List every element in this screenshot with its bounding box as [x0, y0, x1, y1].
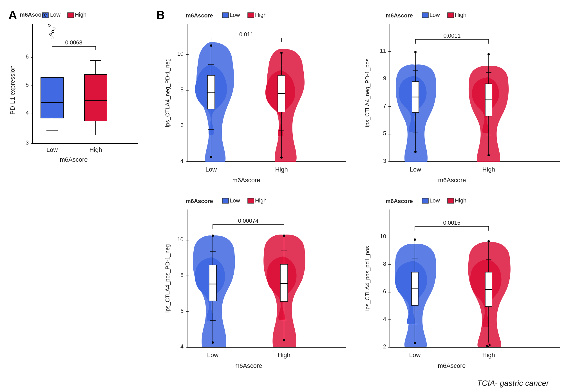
violin-2: m6Ascore Low High 3 5 7 9 11 ips_CTLA4_n…: [363, 8, 577, 188]
svg-text:0.011: 0.011: [239, 31, 253, 37]
svg-text:ips_CTLA4_neg_PD-1_pos: ips_CTLA4_neg_PD-1_pos: [364, 58, 371, 127]
svg-point-25: [53, 27, 55, 29]
svg-point-153: [212, 235, 214, 237]
svg-text:Low: Low: [409, 352, 421, 359]
svg-text:7: 7: [383, 103, 386, 109]
svg-text:4: 4: [383, 316, 386, 322]
svg-text:m6Ascore: m6Ascore: [438, 177, 466, 184]
svg-point-196: [414, 342, 416, 344]
svg-point-26: [48, 24, 50, 26]
svg-text:3: 3: [26, 139, 29, 146]
svg-rect-2: [68, 13, 74, 18]
svg-text:High: High: [482, 352, 495, 359]
svg-text:0.00074: 0.00074: [238, 218, 258, 224]
svg-text:High: High: [275, 166, 288, 173]
svg-point-65: [210, 44, 212, 47]
svg-point-118: [487, 154, 490, 156]
svg-text:6: 6: [180, 308, 184, 314]
svg-rect-84: [422, 13, 428, 18]
svg-point-23: [50, 33, 52, 35]
svg-text:ips_CTLA4_neg_PD-1_neg: ips_CTLA4_neg_PD-1_neg: [164, 58, 171, 127]
svg-text:Low: Low: [410, 166, 421, 173]
svg-point-163: [283, 235, 285, 237]
svg-text:4: 4: [26, 110, 29, 116]
violin-4: m6Ascore Low High 2 4 6 8 10 ips_CTLA4_p…: [363, 194, 577, 374]
svg-text:2: 2: [383, 343, 386, 350]
svg-rect-43: [248, 13, 254, 18]
svg-rect-86: [448, 13, 454, 18]
svg-text:High: High: [278, 352, 290, 359]
svg-text:Low: Low: [430, 197, 440, 204]
svg-text:High: High: [455, 197, 466, 204]
svg-rect-174: [448, 198, 454, 203]
svg-text:PD-L1 expression: PD-L1 expression: [9, 66, 16, 115]
figure-container: A B Low High m6Ascore 3 4 5 6 PD-L1 expr…: [0, 0, 577, 392]
svg-text:0.0011: 0.0011: [443, 33, 460, 39]
svg-text:m6Ascore: m6Ascore: [438, 362, 466, 369]
svg-text:ips_CTLA4_pos_pd1_pos: ips_CTLA4_pos_pd1_pos: [364, 246, 371, 311]
svg-text:m6Ascore: m6Ascore: [60, 156, 88, 163]
svg-point-73: [280, 156, 283, 159]
svg-text:9: 9: [383, 75, 386, 81]
svg-point-211: [487, 240, 490, 242]
svg-text:Low: Low: [230, 197, 240, 204]
svg-text:m6Ascore: m6Ascore: [232, 177, 260, 184]
svg-point-24: [52, 30, 54, 33]
svg-point-22: [51, 37, 53, 39]
svg-rect-172: [422, 198, 428, 203]
svg-text:High: High: [255, 12, 267, 18]
bottom-label: TCIA- gastric cancer: [477, 379, 549, 388]
svg-text:8: 8: [180, 86, 184, 93]
svg-text:5: 5: [383, 130, 386, 136]
svg-text:6: 6: [180, 122, 184, 128]
svg-point-209: [487, 346, 489, 348]
svg-rect-41: [222, 13, 229, 18]
svg-text:8: 8: [180, 272, 184, 278]
svg-text:4: 4: [180, 158, 184, 164]
svg-point-63: [210, 156, 212, 158]
panel-a-boxplot: Low High m6Ascore 3 4 5 6 PD-L1 expressi…: [8, 8, 146, 169]
svg-text:6: 6: [26, 53, 29, 60]
svg-text:5: 5: [26, 82, 29, 88]
svg-point-161: [283, 339, 285, 341]
violin-3: m6Ascore Low High 4 6 8 10 ips_CTLA4_pos…: [163, 194, 360, 374]
svg-text:0.0015: 0.0015: [443, 220, 460, 226]
svg-text:High: High: [75, 12, 86, 18]
svg-text:Low: Low: [50, 12, 61, 18]
svg-text:m6Ascore: m6Ascore: [386, 12, 413, 19]
svg-point-120: [487, 53, 490, 55]
svg-rect-20: [41, 77, 63, 118]
svg-text:High: High: [255, 197, 267, 204]
svg-text:Low: Low: [205, 166, 217, 173]
svg-text:High: High: [455, 12, 466, 18]
svg-text:m6Ascore: m6Ascore: [186, 198, 213, 204]
svg-text:m6Ascore: m6Ascore: [386, 198, 413, 204]
svg-text:m6Ascore: m6Ascore: [20, 12, 47, 18]
svg-rect-129: [222, 198, 229, 203]
svg-text:10: 10: [177, 236, 184, 242]
svg-text:8: 8: [383, 261, 386, 267]
svg-text:10: 10: [380, 233, 386, 239]
svg-text:m6Ascore: m6Ascore: [186, 12, 213, 19]
svg-point-75: [280, 52, 283, 54]
svg-point-208: [489, 344, 491, 346]
svg-text:Low: Low: [207, 352, 218, 359]
svg-point-110: [414, 51, 417, 53]
svg-point-108: [414, 151, 417, 153]
svg-text:ips_CTLA4_pos_PD-1_neg: ips_CTLA4_pos_PD-1_neg: [164, 244, 171, 313]
svg-text:3: 3: [383, 158, 386, 164]
violin-1: m6Ascore Low High 4 6 8 10 ips_CTLA4_neg…: [163, 8, 360, 188]
svg-text:High: High: [482, 166, 495, 173]
svg-point-198: [414, 238, 416, 241]
svg-rect-144: [209, 265, 216, 301]
svg-text:0.0068: 0.0068: [65, 39, 82, 46]
svg-text:m6Ascore: m6Ascore: [234, 362, 262, 369]
svg-rect-154: [280, 264, 288, 301]
svg-text:4: 4: [180, 343, 184, 350]
svg-text:High: High: [89, 146, 102, 153]
svg-text:Low: Low: [430, 12, 440, 18]
svg-rect-31: [84, 75, 107, 121]
svg-point-151: [212, 341, 214, 344]
svg-text:6: 6: [383, 288, 386, 294]
svg-text:10: 10: [177, 51, 184, 57]
